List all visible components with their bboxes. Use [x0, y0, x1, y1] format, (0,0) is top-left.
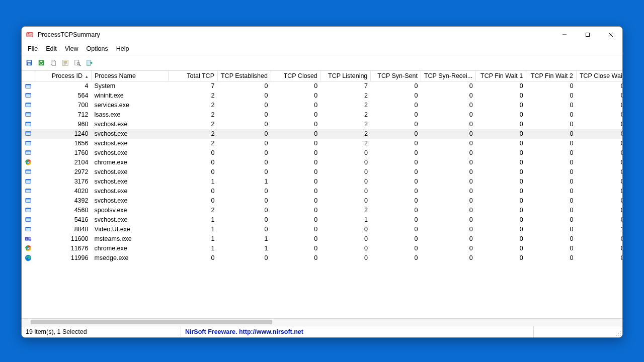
cell-est: 0 [217, 139, 271, 148]
cell-synsent: 0 [371, 158, 421, 167]
process-icon [22, 187, 35, 196]
cell-closewait: 0 [576, 158, 622, 167]
table-row[interactable]: 11676chrome.exe110000000 [22, 244, 622, 253]
cell-total: 2 [168, 206, 217, 215]
column-header-synsent[interactable]: TCP Syn-Sent [371, 71, 421, 81]
svg-rect-32 [26, 122, 31, 123]
resize-grip-icon[interactable] [615, 330, 621, 336]
cell-closewait: 0 [576, 215, 622, 225]
column-header-closed[interactable]: TCP Closed [271, 71, 320, 81]
cell-fin2: 0 [526, 253, 577, 263]
svg-point-66 [620, 333, 621, 334]
menu-help[interactable]: Help [112, 44, 133, 53]
menu-edit[interactable]: Edit [42, 44, 61, 53]
table-row[interactable]: 4020svchost.exe000000000 [22, 187, 622, 196]
cell-est: 0 [217, 158, 271, 167]
cell-fin1: 0 [476, 110, 526, 120]
cell-fin1: 0 [476, 187, 526, 196]
cell-listen: 0 [320, 253, 371, 263]
horizontal-scrollbar[interactable] [22, 318, 622, 326]
menu-options[interactable]: Options [83, 44, 112, 53]
cell-fin2: 0 [526, 120, 577, 129]
menu-file[interactable]: File [24, 44, 42, 53]
cell-fin1: 0 [476, 206, 526, 215]
table-row[interactable]: 564wininit.exe200200000 [22, 91, 622, 101]
table-row[interactable]: T11600msteams.exe110000000 [22, 234, 622, 244]
cell-total: 0 [168, 187, 217, 196]
cell-est: 0 [217, 225, 271, 234]
table-row[interactable]: 2972svchost.exe000000000 [22, 167, 622, 177]
table-row[interactable]: 8848Video.UI.exe100000001 [22, 225, 622, 234]
copy-icon[interactable] [49, 58, 58, 67]
cell-total: 2 [168, 101, 217, 110]
sort-indicator-icon: ▴ [86, 74, 88, 79]
column-header-fin1[interactable]: TCP Fin Wait 1 [476, 71, 526, 81]
column-header-listen[interactable]: TCP Listening [320, 71, 371, 81]
grid-scroll[interactable]: Process ID▴Process NameTotal TCPTCP Esta… [22, 71, 622, 318]
column-header-icon[interactable] [22, 71, 35, 81]
cell-pid: 700 [35, 101, 91, 110]
cell-synsent: 0 [371, 148, 421, 158]
cell-fin2: 0 [526, 206, 577, 215]
cell-closed: 0 [271, 253, 320, 263]
cell-synrecv: 0 [421, 244, 475, 253]
table-row[interactable]: 4392svchost.exe000000000 [22, 196, 622, 206]
cell-closewait: 0 [576, 110, 622, 120]
cell-est: 0 [217, 101, 271, 110]
column-header-pid[interactable]: Process ID▴ [35, 71, 91, 81]
column-header-total[interactable]: Total TCP [168, 71, 217, 81]
cell-listen: 2 [320, 110, 371, 120]
table-row[interactable]: 4System700700000 [22, 81, 622, 91]
cell-name: svchost.exe [91, 148, 168, 158]
menu-view[interactable]: View [61, 44, 83, 53]
svg-rect-10 [28, 63, 30, 65]
column-header-est[interactable]: TCP Established [217, 71, 271, 81]
properties-icon[interactable] [61, 58, 70, 67]
table-row[interactable]: 700services.exe200200000 [22, 101, 622, 110]
cell-listen: 0 [320, 244, 371, 253]
save-icon[interactable] [25, 58, 34, 67]
cell-closewait: 0 [576, 167, 622, 177]
maximize-button[interactable] [576, 27, 599, 43]
table-row[interactable]: 5416svchost.exe100100000 [22, 215, 622, 225]
refresh-icon[interactable] [37, 58, 46, 67]
cell-fin1: 0 [476, 120, 526, 129]
cell-pid: 4 [35, 81, 91, 91]
exit-icon[interactable] [85, 58, 94, 67]
cell-listen: 0 [320, 177, 371, 187]
table-row[interactable]: 4560spoolsv.exe200200000 [22, 206, 622, 215]
cell-listen: 2 [320, 206, 371, 215]
cell-closewait: 0 [576, 244, 622, 253]
minimize-button[interactable] [553, 27, 576, 43]
table-row[interactable]: 1656svchost.exe200200000 [22, 139, 622, 148]
table-row[interactable]: 1240svchost.exe200200000 [22, 129, 622, 139]
column-header-closewait[interactable]: TCP Close Wait [576, 71, 622, 81]
close-button[interactable] [599, 27, 622, 43]
cell-synrecv: 0 [421, 120, 475, 129]
cell-listen: 0 [320, 234, 371, 244]
table-row[interactable]: 960svchost.exe200200000 [22, 120, 622, 129]
svg-rect-45 [26, 179, 31, 180]
find-icon[interactable] [73, 58, 82, 67]
cell-synsent: 0 [371, 91, 421, 101]
cell-fin1: 0 [476, 91, 526, 101]
table-row[interactable]: 11996msedge.exe000000000 [22, 253, 622, 263]
cell-synrecv: 0 [421, 148, 475, 158]
titlebar[interactable]: ProcessTCPSummary [22, 27, 622, 43]
table-row[interactable]: 712lsass.exe200200000 [22, 110, 622, 120]
cell-closed: 0 [271, 206, 320, 215]
process-icon [22, 225, 35, 234]
column-header-name[interactable]: Process Name [91, 71, 168, 81]
cell-est: 0 [217, 196, 271, 206]
table-row[interactable]: 1760svchost.exe000000000 [22, 148, 622, 158]
menubar: File Edit View Options Help [22, 43, 622, 55]
process-icon [22, 215, 35, 225]
column-header-fin2[interactable]: TCP Fin Wait 2 [526, 71, 577, 81]
window-title: ProcessTCPSummary [38, 31, 100, 38]
cell-fin1: 0 [476, 167, 526, 177]
table-row[interactable]: 3176svchost.exe110000000 [22, 177, 622, 187]
table-row[interactable]: 2104chrome.exe000000000 [22, 158, 622, 167]
cell-closewait: 0 [576, 187, 622, 196]
column-header-synrecv[interactable]: TCP Syn-Recei... [421, 71, 475, 81]
cell-closewait: 0 [576, 101, 622, 110]
